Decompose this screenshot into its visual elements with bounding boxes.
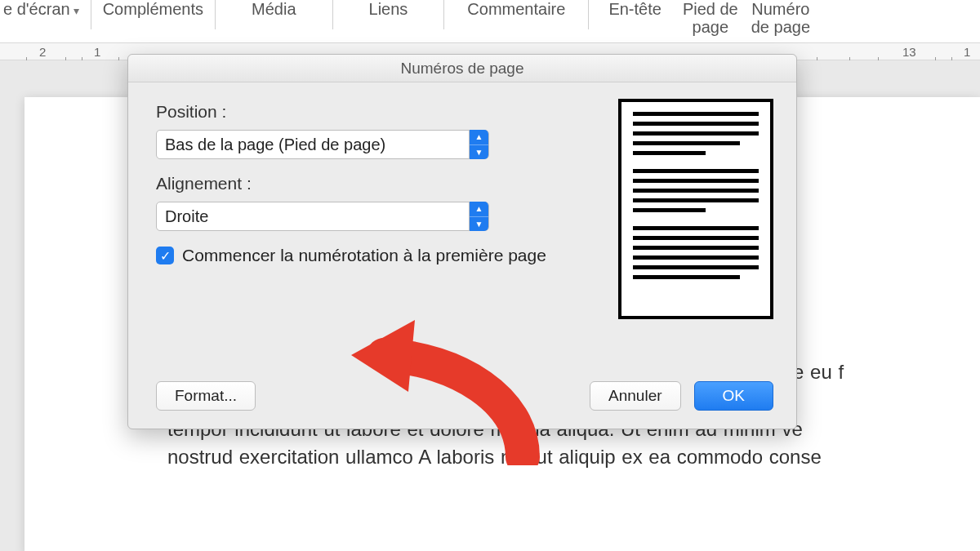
alignment-select-value: Droite <box>165 207 208 226</box>
screenshot-dropdown-label: e d'écran <box>3 0 70 18</box>
ribbon-item-complements[interactable]: Compléments <box>96 0 210 18</box>
check-icon: ✓ <box>160 248 171 264</box>
ribbon-divider <box>215 0 216 29</box>
ribbon-item-header[interactable]: En-tête <box>594 0 675 18</box>
position-select[interactable]: Bas de la page (Pied de page) ▲▼ <box>156 130 489 159</box>
ribbon-item-media[interactable]: Média <box>220 0 327 18</box>
ribbon-item-page-number[interactable]: Numéro de page <box>745 0 817 36</box>
ok-button[interactable]: OK <box>694 381 773 411</box>
ribbon-item-pn-l2: de page <box>751 18 810 36</box>
page-preview-icon <box>618 99 773 319</box>
chevron-down-icon: ▾ <box>74 4 79 17</box>
ribbon-divider <box>91 0 91 29</box>
ruler-tick: 1 <box>94 45 100 59</box>
ribbon-divider <box>443 0 444 29</box>
position-select-stepper-icon[interactable]: ▲▼ <box>469 130 488 159</box>
ribbon-item-footer-l1: Pied de <box>683 0 738 18</box>
ribbon-item-comment[interactable]: Commentaire <box>449 0 583 18</box>
ruler-tick: 13 <box>902 45 916 59</box>
ribbon-toolbar: e d'écran▾ Compléments Média Liens Comme… <box>0 0 980 33</box>
screenshot-dropdown[interactable]: e d'écran▾ <box>0 0 86 18</box>
first-page-checkbox[interactable]: ✓ <box>156 247 174 264</box>
format-button-label: Format... <box>175 387 237 405</box>
position-select-value: Bas de la page (Pied de page) <box>165 136 385 154</box>
alignment-select[interactable]: Droite ▲▼ <box>156 202 489 231</box>
ok-button-label: OK <box>723 387 745 405</box>
dialog-title: Numéros de page <box>128 55 796 82</box>
ribbon-divider <box>332 0 333 29</box>
ruler-tick: 2 <box>39 45 46 59</box>
ruler-tick: 1 <box>964 45 970 59</box>
ribbon-item-footer-l2: page <box>693 18 729 36</box>
ribbon-item-pn-l1: Numéro <box>751 0 809 18</box>
format-button[interactable]: Format... <box>156 381 256 411</box>
first-page-checkbox-label: Commencer la numérotation à la première … <box>182 246 546 265</box>
alignment-select-stepper-icon[interactable]: ▲▼ <box>469 202 488 231</box>
cancel-button-label: Annuler <box>608 387 662 405</box>
ribbon-divider <box>588 0 589 29</box>
page-numbers-dialog: Numéros de page Position : Bas de la pag… <box>127 54 797 429</box>
ribbon-item-footer[interactable]: Pied de page <box>676 0 745 36</box>
cancel-button[interactable]: Annuler <box>590 381 681 411</box>
ribbon-item-links[interactable]: Liens <box>338 0 439 18</box>
